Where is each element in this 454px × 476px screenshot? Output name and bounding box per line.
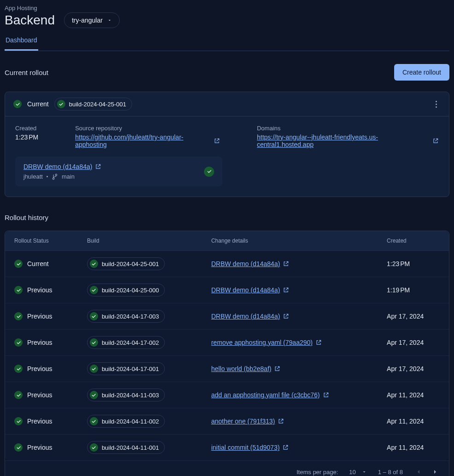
page-title: Backend: [5, 13, 55, 28]
rollout-history-table: Rollout Status Build Change details Crea…: [5, 231, 449, 460]
created-cell: Apr 11, 2024: [378, 408, 449, 435]
build-chip[interactable]: build-2024-04-11-002: [87, 415, 165, 428]
status-text: Previous: [27, 444, 52, 451]
current-rollout-heading: Current rollout: [5, 69, 48, 76]
page-range: 1 – 8 of 8: [378, 469, 403, 476]
separator-dot: [47, 176, 48, 177]
chevron-left-icon: [415, 468, 422, 476]
page-size-value: 10: [349, 469, 355, 476]
created-cell: 1:23 PM: [378, 251, 449, 277]
check-circle-icon: [90, 443, 98, 452]
rollout-history-heading: Rollout history: [5, 214, 449, 221]
build-chip-label: build-2024-04-25-000: [102, 287, 159, 294]
external-link-icon: [282, 444, 289, 451]
change-link-text: initial commit (51d9073): [211, 444, 280, 451]
status-text: Previous: [27, 339, 52, 346]
table-row[interactable]: Previousbuild-2024-04-11-001initial comm…: [5, 435, 449, 461]
page-size-select[interactable]: 10: [349, 469, 367, 476]
repo-label: Source repository: [75, 125, 220, 132]
change-link[interactable]: initial commit (51d9073): [211, 444, 289, 451]
external-link-icon: [278, 418, 284, 424]
table-row[interactable]: Previousbuild-2024-04-11-002another one …: [5, 408, 449, 435]
external-link-icon: [214, 138, 220, 144]
build-chip[interactable]: build-2024-04-17-002: [87, 336, 165, 349]
col-change: Change details: [202, 231, 378, 251]
chevron-down-icon: [361, 469, 367, 475]
domain-link[interactable]: https://try-angular--jhuleatt-friendlyea…: [257, 134, 439, 148]
created-cell: 1:19 PM: [378, 277, 449, 303]
project-selector-label: try-angular: [72, 17, 103, 24]
build-chip[interactable]: build-2024-04-11-001: [87, 441, 165, 454]
check-circle-icon: [90, 391, 98, 399]
table-row[interactable]: Previousbuild-2024-04-17-002remove appho…: [5, 330, 449, 356]
change-link-text: hello world (bb2e8af): [211, 365, 272, 372]
change-link[interactable]: DRBW demo (d14a84a): [211, 260, 289, 267]
status-text: Previous: [27, 286, 52, 294]
check-circle-icon: [13, 100, 22, 108]
table-row[interactable]: Previousbuild-2024-04-17-003DRBW demo (d…: [5, 303, 449, 330]
repo-link[interactable]: https://github.com/jhuleatt/try-angular-…: [75, 134, 220, 148]
domains-label: Domains: [257, 125, 439, 132]
created-label: Created: [15, 125, 38, 132]
check-circle-icon: [204, 167, 214, 177]
build-chip[interactable]: build-2024-04-17-001: [87, 362, 165, 375]
commit-link[interactable]: DRBW demo (d14a84a): [23, 163, 101, 170]
table-row[interactable]: Currentbuild-2024-04-25-001DRBW demo (d1…: [5, 251, 449, 277]
change-link[interactable]: add an apphosting.yaml file (c3cbc76): [211, 391, 329, 399]
check-circle-icon: [90, 260, 98, 268]
change-link-text: DRBW demo (d14a84a): [211, 260, 280, 267]
check-circle-icon: [90, 286, 98, 294]
change-link[interactable]: remove apphosting.yaml (79aa290): [211, 339, 322, 346]
created-cell: Apr 17, 2024: [378, 330, 449, 356]
build-chip[interactable]: build-2024-04-25-000: [87, 284, 165, 296]
external-link-icon: [315, 339, 322, 346]
created-cell: Apr 17, 2024: [378, 356, 449, 382]
check-circle-icon: [90, 338, 98, 347]
build-chip[interactable]: build-2024-04-25-001: [54, 98, 132, 110]
status-text: Previous: [27, 365, 52, 372]
table-row[interactable]: Previousbuild-2024-04-11-003add an appho…: [5, 382, 449, 408]
change-link[interactable]: DRBW demo (d14a84a): [211, 286, 289, 294]
build-chip-label: build-2024-04-11-001: [102, 444, 159, 451]
table-pager: Items per page: 10 1 – 8 of 8: [5, 460, 449, 476]
external-link-icon: [283, 261, 289, 267]
change-link-text: add an apphosting.yaml file (c3cbc76): [211, 391, 320, 399]
next-page-button[interactable]: [431, 467, 440, 476]
change-link-text: remove apphosting.yaml (79aa290): [211, 339, 313, 346]
external-link-icon: [283, 313, 289, 319]
build-chip[interactable]: build-2024-04-11-003: [87, 389, 165, 401]
col-created: Created: [378, 231, 449, 251]
change-link[interactable]: another one (791f313): [211, 418, 285, 425]
status-text: Previous: [27, 313, 52, 320]
col-status: Rollout Status: [5, 231, 78, 251]
created-value: 1:23 PM: [15, 134, 38, 141]
status-text: Previous: [27, 418, 52, 425]
build-chip[interactable]: build-2024-04-17-003: [87, 310, 165, 323]
table-row[interactable]: Previousbuild-2024-04-25-000DRBW demo (d…: [5, 277, 449, 303]
table-row[interactable]: Previousbuild-2024-04-17-001hello world …: [5, 356, 449, 382]
prev-page-button[interactable]: [414, 467, 423, 476]
chevron-down-icon: [107, 18, 112, 23]
build-chip-label: build-2024-04-11-002: [102, 418, 159, 425]
check-circle-icon: [14, 365, 23, 373]
status-text: Current: [27, 260, 49, 267]
col-build: Build: [78, 231, 202, 251]
external-link-icon: [95, 163, 101, 170]
change-link[interactable]: hello world (bb2e8af): [211, 365, 281, 372]
commit-user: jhuleatt: [23, 173, 43, 180]
overflow-menu-button[interactable]: [431, 98, 441, 110]
chevron-right-icon: [431, 468, 439, 476]
create-rollout-button[interactable]: Create rollout: [394, 64, 449, 81]
check-circle-icon: [14, 286, 23, 294]
change-link-text: DRBW demo (d14a84a): [211, 286, 280, 294]
change-link[interactable]: DRBW demo (d14a84a): [211, 313, 289, 320]
check-circle-icon: [14, 312, 23, 320]
build-chip-label: build-2024-04-17-001: [102, 366, 159, 372]
project-selector[interactable]: try-angular: [64, 12, 120, 28]
check-circle-icon: [14, 443, 23, 452]
build-chip-label: build-2024-04-11-003: [102, 392, 159, 399]
rollout-status-label: Current: [27, 100, 49, 108]
build-chip[interactable]: build-2024-04-25-001: [87, 257, 165, 270]
tab-dashboard[interactable]: Dashboard: [5, 36, 38, 51]
check-circle-icon: [14, 260, 23, 268]
